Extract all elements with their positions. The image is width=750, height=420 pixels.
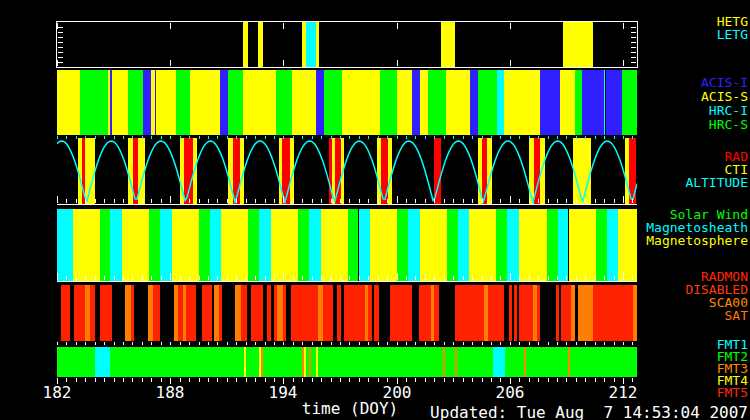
tick-mark	[453, 199, 454, 203]
segment-radmon-disabled	[344, 285, 365, 341]
tick-mark	[368, 136, 369, 139]
segment-radmon-disabled	[374, 285, 379, 341]
segment-radmon-disabled	[241, 285, 247, 341]
tick-mark	[274, 276, 275, 280]
tick-mark	[199, 276, 200, 280]
tick-mark	[58, 52, 63, 53]
segment-sca00-sat	[633, 285, 637, 341]
tick-mark	[208, 378, 209, 382]
tick-mark	[425, 342, 426, 345]
tick-mark	[434, 199, 435, 203]
tick-mark	[123, 276, 124, 280]
segment-solar-wind	[298, 209, 309, 281]
segment-solar-wind	[547, 209, 558, 281]
segment-acis-i	[540, 70, 560, 135]
tick-mark	[557, 342, 558, 345]
segment-sca00-sat	[125, 285, 131, 341]
tick-mark	[566, 276, 567, 280]
tick-mark	[632, 342, 633, 345]
segment-acis-s	[57, 70, 80, 135]
segment-radmon-disabled	[337, 285, 341, 341]
tick-mark	[151, 378, 152, 382]
tick-mark	[482, 199, 483, 203]
tick-mark	[66, 199, 67, 203]
tick-mark	[227, 342, 228, 345]
tick-mark	[538, 199, 539, 203]
tick-mark	[631, 37, 636, 38]
segment-acis-s	[420, 70, 428, 135]
tick-mark	[312, 136, 313, 139]
segment-magnetosphere	[618, 209, 637, 281]
tick-mark	[406, 276, 407, 280]
segment-magnetosphere	[221, 209, 248, 281]
tick-mark	[368, 276, 369, 280]
tick-mark	[104, 378, 105, 382]
segment-fmt3	[443, 347, 445, 377]
segment-hrc-s	[575, 70, 582, 135]
tick-mark	[293, 378, 294, 382]
tick-mark	[595, 342, 596, 345]
tick-mark	[500, 378, 501, 382]
tick-mark	[623, 60, 624, 66]
segment-radmon-disabled	[323, 285, 333, 341]
tick-mark	[378, 136, 379, 139]
tick-mark	[302, 276, 303, 280]
tick-mark	[236, 276, 237, 280]
tick-mark	[217, 276, 218, 280]
tick-mark	[331, 378, 332, 382]
tick-mark	[255, 276, 256, 280]
tick-mark	[368, 199, 369, 203]
tick-mark	[199, 378, 200, 382]
segment-letg	[306, 22, 316, 67]
tick-mark	[631, 42, 636, 43]
tick-mark	[340, 136, 341, 139]
tick-mark	[58, 37, 63, 38]
segment-fmt3	[261, 347, 263, 377]
tick-mark	[170, 342, 171, 345]
tick-mark	[255, 378, 256, 382]
tick-mark	[632, 199, 633, 203]
tick-mark	[199, 199, 200, 203]
tick-mark	[217, 342, 218, 345]
tick-mark	[217, 136, 218, 139]
tick-mark	[142, 342, 143, 345]
tick-mark	[227, 199, 228, 203]
tick-mark	[463, 199, 464, 203]
segment-hetg	[243, 22, 248, 67]
tick-mark	[595, 378, 596, 382]
segment-magnetosphere	[122, 209, 149, 281]
tick-mark	[472, 276, 473, 280]
tick-mark	[76, 378, 77, 382]
segment-radmon-disabled	[251, 285, 263, 341]
tick-mark	[227, 276, 228, 280]
tick-mark	[378, 199, 379, 203]
tick-mark	[312, 378, 313, 382]
tick-mark	[576, 199, 577, 203]
tick-mark	[274, 199, 275, 203]
tick-mark	[397, 136, 398, 139]
tick-mark	[595, 199, 596, 203]
tick-mark	[246, 276, 247, 280]
segment-acis-s	[397, 70, 412, 135]
tick-mark	[58, 32, 63, 33]
segment-acis-i	[220, 70, 228, 135]
tick-mark	[482, 136, 483, 139]
tick-mark	[114, 276, 115, 280]
tick-mark	[425, 136, 426, 139]
tick-mark	[189, 378, 190, 382]
tick-mark	[585, 342, 586, 345]
tick-mark	[548, 342, 549, 345]
tick-mark	[387, 136, 388, 139]
tick-mark	[548, 378, 549, 382]
tick-mark	[491, 342, 492, 345]
tick-mark	[434, 276, 435, 280]
tick-mark	[274, 136, 275, 139]
tick-mark	[170, 60, 171, 66]
tick-mark	[321, 136, 322, 139]
x-tick-label: 200	[367, 383, 427, 402]
tick-mark	[132, 199, 133, 203]
segment-radmon-disabled	[455, 285, 484, 341]
segment-radmon-disabled	[267, 285, 271, 341]
band-radmon	[57, 285, 637, 341]
tick-mark	[623, 136, 624, 139]
